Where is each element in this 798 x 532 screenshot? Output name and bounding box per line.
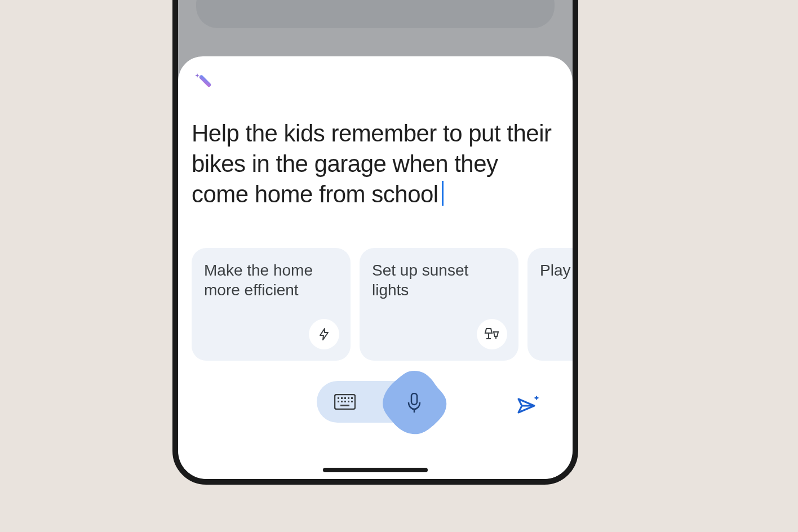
suggestion-card-sunset[interactable]: Set up sunset lights	[360, 248, 518, 361]
assistant-sheet: Help the kids remember to put their bike…	[178, 56, 573, 479]
svg-rect-9	[351, 397, 353, 399]
svg-rect-10	[338, 401, 339, 402]
svg-rect-11	[341, 401, 343, 402]
svg-rect-7	[344, 397, 346, 399]
prompt-text: Help the kids remember to put their bike…	[192, 120, 551, 207]
svg-rect-16	[411, 393, 417, 405]
suggestions-row[interactable]: Make the home more efficient Set up suns…	[192, 248, 573, 361]
phone-frame: Help the kids remember to put their bike…	[172, 0, 578, 485]
keyboard-icon	[334, 394, 356, 410]
keyboard-button[interactable]	[317, 381, 373, 423]
svg-rect-14	[351, 401, 353, 402]
svg-rect-0	[198, 74, 211, 87]
svg-rect-15	[340, 405, 349, 406]
phone-screen: Help the kids remember to put their bike…	[178, 0, 573, 479]
send-icon	[517, 394, 541, 415]
nav-bar-handle[interactable]	[323, 468, 428, 472]
text-cursor	[442, 181, 444, 206]
prompt-input[interactable]: Help the kids remember to put their bike…	[192, 118, 559, 209]
background-dimmed	[178, 0, 573, 62]
mic-icon	[407, 393, 422, 413]
suggestion-label: Play sounds when	[540, 260, 573, 280]
input-controls	[178, 381, 573, 423]
svg-rect-6	[341, 397, 343, 399]
voice-button[interactable]	[379, 367, 450, 438]
magic-wand-icon	[194, 71, 214, 94]
bolt-icon	[309, 319, 339, 349]
suggestion-card-efficient[interactable]: Make the home more efficient	[192, 248, 351, 361]
lamp-icon	[477, 319, 507, 349]
svg-rect-5	[338, 397, 339, 399]
send-button[interactable]	[517, 394, 541, 417]
svg-rect-13	[348, 401, 349, 402]
svg-rect-12	[344, 401, 346, 402]
suggestion-card-play[interactable]: Play sounds when	[527, 248, 573, 361]
background-chip	[196, 0, 555, 28]
suggestion-label: Make the home more efficient	[204, 260, 338, 300]
suggestion-label: Set up sunset lights	[372, 260, 506, 300]
svg-rect-8	[348, 397, 349, 399]
input-mode-pill	[317, 381, 434, 423]
